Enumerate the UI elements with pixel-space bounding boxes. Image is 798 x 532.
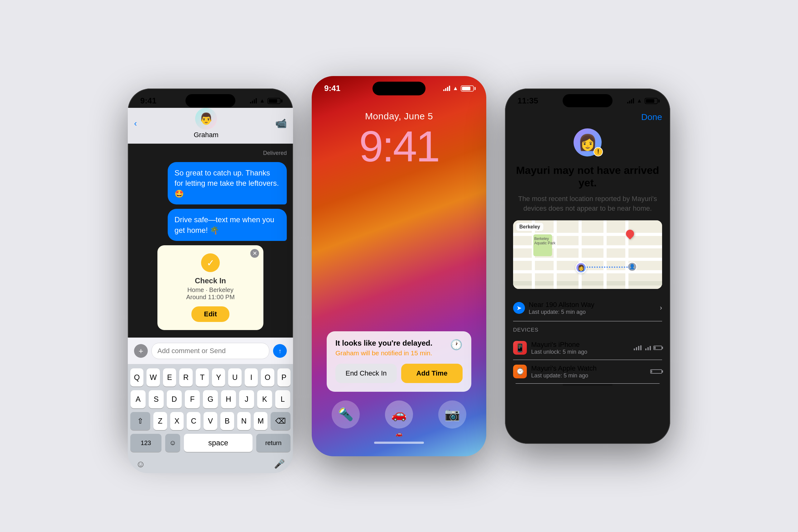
mic-icon[interactable]: 🎤 — [274, 459, 285, 469]
devices-section-title: DEVICES — [513, 321, 662, 336]
key-y[interactable]: Y — [212, 368, 225, 386]
phone3-shell: 11:35 ▲ Done 👩 ! Mayuri may not have — [505, 89, 670, 444]
delete-key[interactable]: ⌫ — [270, 412, 290, 430]
lock-notification: It looks like you're delayed. Graham wil… — [327, 331, 471, 392]
emoji-icon[interactable]: ☺ — [136, 459, 146, 469]
home-indicator-3 — [563, 384, 612, 386]
alert-badge-icon: ! — [593, 147, 603, 156]
check-in-status-subtitle: The most recent location reported by May… — [513, 194, 662, 213]
key-a[interactable]: A — [131, 390, 146, 408]
key-b[interactable]: B — [221, 412, 234, 430]
iphone-cell-signal — [645, 345, 651, 350]
shift-key[interactable]: ⇧ — [130, 412, 150, 430]
driving-mode-button[interactable]: 🚗 🚗 — [385, 400, 413, 437]
location-icon: ➤ — [513, 302, 525, 314]
phone1-shell: 9:41 ▲ ‹ 👨 Graham 📹 Delivered — [128, 89, 293, 444]
location-text: Near 190 Allston Way Last update: 5 min … — [529, 301, 594, 316]
key-c[interactable]: C — [187, 412, 201, 430]
iphone-device-icon: 📱 — [513, 341, 527, 355]
key-e[interactable]: E — [163, 368, 176, 386]
key-m[interactable]: M — [254, 412, 267, 430]
key-i[interactable]: I — [245, 368, 258, 386]
camera-button[interactable]: 📷 — [438, 400, 466, 429]
map-road-v3 — [578, 220, 582, 289]
back-button[interactable]: ‹ — [134, 118, 137, 128]
dynamic-island-2 — [373, 82, 425, 95]
key-r[interactable]: R — [179, 368, 192, 386]
key-j[interactable]: J — [239, 390, 254, 408]
key-l[interactable]: L — [275, 390, 290, 408]
key-q[interactable]: Q — [130, 368, 144, 386]
done-button[interactable]: Done — [641, 112, 662, 122]
keyboard-row-3: ⇧ Z X C V B N M ⌫ — [130, 412, 290, 430]
map-location-label: Berkeley — [516, 223, 543, 231]
key-h[interactable]: H — [221, 390, 236, 408]
watch-update: Last update: 5 min ago — [531, 373, 596, 379]
signal-icon-3 — [627, 98, 634, 103]
iphone-wifi-signal — [634, 345, 642, 350]
key-n[interactable]: N — [237, 412, 251, 430]
numbers-key[interactable]: 123 — [130, 434, 162, 452]
device-row-watch: ⌚ Mayuri's Apple Watch Last update: 5 mi… — [513, 360, 662, 384]
key-z[interactable]: Z — [153, 412, 167, 430]
map-road-h4 — [513, 270, 662, 273]
check-in-details: Home · Berkeley Around 11:00 PM — [167, 286, 254, 301]
check-in-title: Check In — [167, 277, 254, 285]
key-x[interactable]: X — [170, 412, 184, 430]
check-in-header: Done — [513, 108, 662, 128]
send-button[interactable]: ↑ — [273, 344, 287, 358]
emoji-key[interactable]: ☺ — [165, 434, 180, 452]
location-update-time: Last update: 5 min ago — [529, 309, 594, 316]
map-road-v4 — [604, 220, 607, 289]
messages-body: Delivered So great to catch up. Thanks f… — [128, 144, 293, 330]
message-input[interactable] — [152, 343, 269, 359]
add-attachment-button[interactable]: + — [134, 344, 148, 358]
keyboard-row-1: Q W E R T Y U I O P — [130, 368, 290, 386]
space-key[interactable]: space — [184, 434, 252, 452]
input-bar: + ↑ — [128, 338, 293, 364]
keyboard-row-2: A S D F G H J K L — [130, 390, 290, 408]
key-t[interactable]: T — [196, 368, 209, 386]
status-icons-1: ▲ — [250, 98, 281, 104]
iphone-update: Last unlock: 5 min ago — [531, 349, 587, 355]
map-user-dot: 👩 — [575, 262, 587, 273]
lock-wifi-icon: ▲ — [453, 85, 458, 92]
key-k[interactable]: K — [257, 390, 272, 408]
key-w[interactable]: W — [147, 368, 159, 386]
key-o[interactable]: O — [261, 368, 274, 386]
close-card-button[interactable]: ✕ — [250, 249, 259, 258]
battery-icon-1 — [267, 98, 281, 104]
return-key[interactable]: return — [256, 434, 290, 452]
key-v[interactable]: V — [204, 412, 217, 430]
end-check-in-button[interactable]: End Check In — [336, 364, 397, 383]
phone2-shell: 9:41 ▲ Monday, June 5 9:41 It — [312, 76, 486, 456]
location-row[interactable]: ➤ Near 190 Allston Way Last update: 5 mi… — [513, 295, 662, 321]
add-time-button[interactable]: Add Time — [401, 364, 462, 383]
key-s[interactable]: S — [149, 390, 164, 408]
message-bubble-1: So great to catch up. Thanks for letting… — [168, 162, 287, 205]
watch-status — [650, 369, 662, 374]
wifi-icon-3: ▲ — [636, 98, 642, 104]
status-icons-3: ▲ — [627, 98, 658, 104]
battery-icon-3 — [645, 98, 658, 104]
lock-date: Monday, June 5 — [312, 101, 486, 121]
dynamic-island-3 — [563, 94, 612, 107]
check-mark-icon: ✓ — [201, 253, 220, 272]
notif-buttons: End Check In Add Time — [336, 364, 462, 383]
video-call-button[interactable]: 📹 — [275, 118, 287, 129]
lock-battery-icon — [461, 86, 474, 92]
key-g[interactable]: G — [203, 390, 218, 408]
device-row-iphone: 📱 Mayuri's iPhone Last unlock: 5 min ago — [513, 336, 662, 360]
flashlight-button[interactable]: 🔦 — [332, 400, 360, 429]
keyboard: Q W E R T Y U I O P A S D F G H J K L — [128, 364, 293, 473]
lock-bottom-section: It looks like you're delayed. Graham wil… — [312, 331, 486, 444]
delivered-label: Delivered — [134, 150, 287, 156]
key-u[interactable]: U — [228, 368, 241, 386]
keyboard-row-4: 123 ☺ space return — [130, 434, 290, 452]
wifi-icon-1: ▲ — [259, 98, 265, 104]
key-f[interactable]: F — [185, 390, 200, 408]
lock-status-icons: ▲ — [443, 85, 474, 92]
key-d[interactable]: D — [167, 390, 182, 408]
edit-button[interactable]: Edit — [191, 306, 229, 322]
key-p[interactable]: P — [278, 368, 290, 386]
